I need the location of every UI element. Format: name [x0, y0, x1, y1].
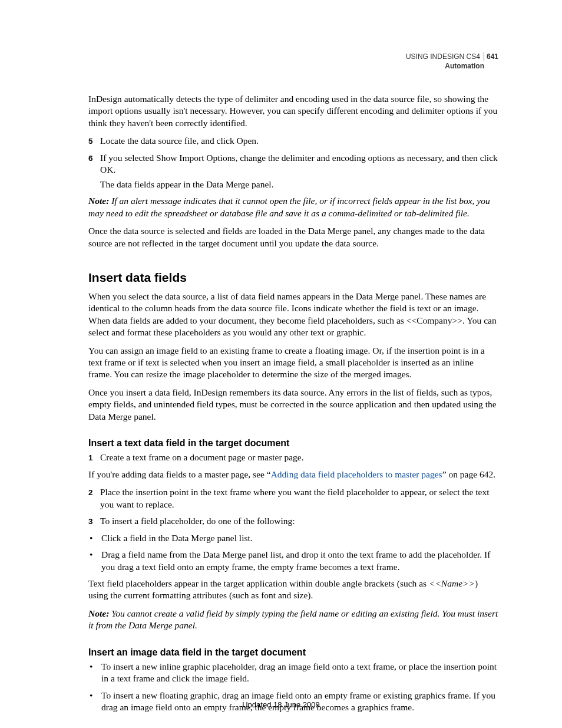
step-2: 2 Place the insertion point in the text … [88, 486, 498, 510]
step-number: 1 [88, 452, 100, 463]
footer-updated: Updated 18 June 2009 [0, 700, 562, 709]
heading-insert-image-field: Insert an image data field in the target… [88, 646, 498, 658]
step-number: 2 [88, 486, 100, 510]
bullet-text: To insert a new inline graphic placehold… [101, 661, 498, 685]
bullet-icon: • [88, 532, 101, 544]
list-item: • Drag a field name from the Data Merge … [88, 549, 498, 573]
bullet-text: Drag a field name from the Data Merge pa… [101, 549, 498, 573]
link-master-pages[interactable]: Adding data field placeholders to master… [271, 469, 442, 479]
note-label: Note: [88, 196, 109, 206]
note-paragraph: Note: If an alert message indicates that… [88, 195, 498, 219]
step-1: 1 Create a text frame on a document page… [88, 452, 498, 463]
intro-paragraph: InDesign automatically detects the type … [88, 93, 498, 129]
note-text: You cannot create a valid field by simpl… [88, 608, 498, 630]
body-paragraph: Once the data source is selected and fie… [88, 225, 498, 249]
note-text: If an alert message indicates that it ca… [88, 196, 490, 218]
book-title: USING INDESIGN CS4 [406, 52, 484, 61]
bullet-icon: • [88, 661, 101, 685]
list-item: • To insert a new inline graphic placeho… [88, 661, 498, 685]
step-text: To insert a field placeholder, do one of… [100, 515, 498, 527]
step-text: The data fields appear in the Data Merge… [100, 179, 498, 190]
body-paragraph: You can assign an image field to an exis… [88, 345, 498, 381]
step-6: 6 If you selected Show Import Options, c… [88, 152, 498, 190]
body-paragraph: If you're adding data fields to a master… [88, 469, 498, 480]
step-number: 3 [88, 515, 100, 527]
heading-insert-data-fields: Insert data fields [88, 269, 498, 286]
step-text: Place the insertion point in the text fr… [100, 486, 498, 510]
bullet-text: Click a field in the Data Merge panel li… [101, 532, 498, 544]
step-3: 3 To insert a field placeholder, do one … [88, 515, 498, 527]
step-number: 6 [88, 152, 100, 190]
step-number: 5 [88, 135, 100, 147]
body-paragraph: When you select the data source, a list … [88, 291, 498, 339]
step-text: Locate the data source file, and click O… [100, 135, 498, 147]
running-header: USING INDESIGN CS4641 Automation [406, 52, 498, 71]
body-paragraph: Text field placeholders appear in the ta… [88, 578, 498, 602]
note-paragraph: Note: You cannot create a valid field by… [88, 608, 498, 632]
body-paragraph: Once you insert a data field, InDesign r… [88, 387, 498, 423]
step-text: If you selected Show Import Options, cha… [100, 152, 498, 176]
placeholder-example: <<Name>> [429, 578, 475, 588]
list-item: • Click a field in the Data Merge panel … [88, 532, 498, 544]
note-label: Note: [88, 608, 109, 618]
page-number: 641 [487, 52, 498, 61]
section-name: Automation [406, 61, 484, 71]
step-5: 5 Locate the data source file, and click… [88, 135, 498, 147]
bullet-icon: • [88, 549, 101, 573]
step-text: Create a text frame on a document page o… [100, 452, 498, 463]
heading-insert-text-field: Insert a text data field in the target d… [88, 437, 498, 449]
